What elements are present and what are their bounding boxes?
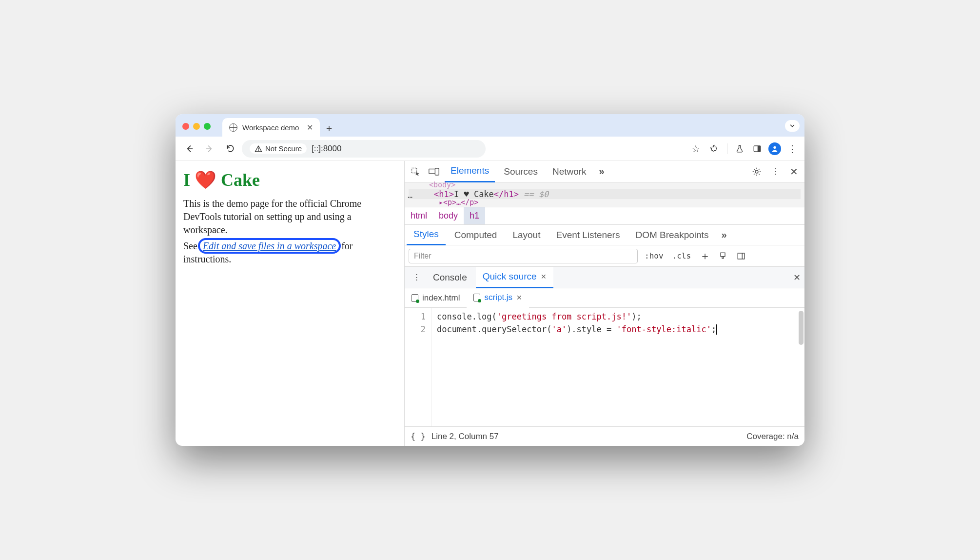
svg-point-2 bbox=[773, 146, 776, 148]
subtab-styles[interactable]: Styles bbox=[407, 225, 446, 245]
editor-statusbar: { } Line 2, Column 57 Coverage: n/a bbox=[405, 426, 804, 446]
styles-toolbar: Filter :hov .cls ＋ bbox=[405, 245, 804, 267]
subtabs-overflow-button[interactable]: » bbox=[717, 229, 730, 240]
drawer-close-button[interactable]: ✕ bbox=[789, 272, 804, 283]
coverage-status: Coverage: n/a bbox=[746, 432, 799, 441]
reload-button[interactable] bbox=[221, 140, 239, 158]
drawer-tab-quick-source[interactable]: Quick source ✕ bbox=[476, 267, 553, 288]
file-tab-script[interactable]: script.js ✕ bbox=[467, 288, 529, 308]
security-chip[interactable]: Not Secure bbox=[250, 143, 307, 154]
forward-button[interactable] bbox=[201, 140, 218, 158]
warning-icon bbox=[255, 145, 262, 153]
close-icon[interactable]: ✕ bbox=[516, 294, 522, 301]
arrow-right-icon bbox=[205, 144, 215, 154]
panel-icon bbox=[753, 144, 762, 153]
computed-toggle[interactable] bbox=[717, 252, 730, 260]
file-tabbar: index.html script.js ✕ bbox=[405, 288, 804, 308]
file-tab-label: script.js bbox=[484, 293, 512, 302]
rendered-page: I ❤️ Cake This is the demo page for the … bbox=[176, 161, 405, 446]
file-tab-index[interactable]: index.html bbox=[405, 288, 467, 308]
drawer-tab-console[interactable]: Console bbox=[426, 267, 474, 288]
arrow-left-icon bbox=[184, 144, 194, 154]
browser-window: Workspace demo ✕ ＋ Not Secure [::]:8000 … bbox=[176, 114, 804, 446]
source-content: console.log('greetings from script.js!')… bbox=[432, 308, 722, 426]
elements-tree[interactable]: ⋯ <body> <h1> I ♥ Cake </h1> == $0 ▸<p>…… bbox=[405, 182, 804, 207]
devices-icon bbox=[429, 167, 439, 176]
close-icon[interactable]: ✕ bbox=[541, 273, 547, 280]
page-heading: I ❤️ Cake bbox=[183, 170, 396, 190]
tab-elements[interactable]: Elements bbox=[445, 161, 495, 182]
line-number: 2 bbox=[405, 323, 426, 336]
kebab-icon: ⋮ bbox=[412, 272, 421, 282]
devtools-panel: Elements Sources Network » ⋮ ✕ ⋯ <body> … bbox=[405, 161, 804, 446]
svg-rect-7 bbox=[721, 253, 725, 257]
svg-rect-5 bbox=[435, 168, 439, 175]
hov-toggle[interactable]: :hov bbox=[643, 251, 666, 260]
divider bbox=[727, 143, 727, 154]
kebab-icon: ⋮ bbox=[787, 143, 797, 155]
file-icon bbox=[473, 294, 480, 301]
puzzle-icon bbox=[710, 144, 720, 153]
cls-toggle[interactable]: .cls bbox=[670, 251, 693, 260]
tabs-overflow-button[interactable]: » bbox=[595, 166, 608, 177]
subtab-listeners[interactable]: Event Listeners bbox=[549, 225, 627, 245]
subtab-layout[interactable]: Layout bbox=[506, 225, 547, 245]
scrollbar-thumb[interactable] bbox=[799, 311, 804, 345]
bookmark-button[interactable]: ☆ bbox=[687, 140, 705, 158]
tab-search-button[interactable] bbox=[785, 120, 800, 132]
file-tab-label: index.html bbox=[422, 293, 460, 303]
cursor-position: Line 2, Column 57 bbox=[431, 432, 499, 441]
pretty-print-button[interactable]: { } bbox=[411, 432, 426, 441]
svg-rect-1 bbox=[758, 146, 761, 152]
labs-button[interactable] bbox=[732, 144, 747, 153]
filter-placeholder: Filter bbox=[414, 252, 431, 260]
settings-button[interactable] bbox=[749, 167, 764, 177]
close-icon: ✕ bbox=[793, 272, 801, 283]
back-button[interactable] bbox=[180, 140, 198, 158]
minimize-window-button[interactable] bbox=[193, 123, 200, 130]
new-rule-button[interactable]: ＋ bbox=[698, 249, 712, 263]
close-tab-button[interactable]: ✕ bbox=[307, 123, 313, 132]
menu-button[interactable]: ⋮ bbox=[785, 143, 800, 155]
address-bar[interactable]: Not Secure [::]:8000 bbox=[242, 140, 486, 158]
content-split: I ❤️ Cake This is the demo page for the … bbox=[176, 161, 804, 446]
window-controls bbox=[182, 123, 222, 137]
styles-filter-input[interactable]: Filter bbox=[409, 249, 638, 263]
brush-icon bbox=[719, 252, 728, 260]
element-selected[interactable]: <h1> I ♥ Cake </h1> == $0 bbox=[409, 189, 801, 199]
crumb-body[interactable]: body bbox=[433, 207, 464, 224]
subtab-computed[interactable]: Computed bbox=[448, 225, 504, 245]
maximize-window-button[interactable] bbox=[204, 123, 211, 130]
kebab-icon: ⋮ bbox=[771, 166, 780, 177]
workspace-link[interactable]: Edit and save files in a workspace bbox=[200, 240, 339, 252]
chevron-down-icon bbox=[789, 122, 796, 129]
tab-sources[interactable]: Sources bbox=[498, 161, 544, 182]
toggle-sidebar-button[interactable] bbox=[735, 252, 747, 260]
inspect-icon bbox=[411, 167, 420, 177]
security-label: Not Secure bbox=[265, 144, 302, 153]
element-next: ▸<p>…</p> bbox=[409, 198, 801, 207]
devtools-tabbar: Elements Sources Network » ⋮ ✕ bbox=[405, 161, 804, 182]
svg-rect-8 bbox=[738, 253, 745, 259]
devtools-menu-button[interactable]: ⋮ bbox=[767, 166, 783, 177]
inspect-button[interactable] bbox=[408, 167, 423, 177]
avatar-icon bbox=[768, 142, 781, 155]
page-see-paragraph: See Edit and save files in a workspace f… bbox=[183, 240, 396, 266]
crumb-h1[interactable]: h1 bbox=[464, 207, 485, 224]
side-panel-button[interactable] bbox=[750, 144, 764, 153]
see-prefix: See bbox=[183, 240, 200, 251]
new-tab-button[interactable]: ＋ bbox=[320, 121, 338, 137]
extensions-button[interactable] bbox=[707, 144, 722, 153]
globe-icon bbox=[229, 123, 237, 132]
close-window-button[interactable] bbox=[182, 123, 189, 130]
tab-network[interactable]: Network bbox=[547, 161, 592, 182]
crumb-html[interactable]: html bbox=[405, 207, 433, 224]
browser-tab[interactable]: Workspace demo ✕ bbox=[222, 118, 320, 137]
device-toggle-button[interactable] bbox=[426, 167, 442, 176]
code-editor[interactable]: 1 2 console.log('greetings from script.j… bbox=[405, 308, 804, 426]
subtab-dom-breakpoints[interactable]: DOM Breakpoints bbox=[628, 225, 715, 245]
devtools-close-button[interactable]: ✕ bbox=[786, 166, 802, 178]
drawer-menu-button[interactable]: ⋮ bbox=[409, 272, 424, 282]
profile-button[interactable] bbox=[767, 142, 782, 155]
line-number: 1 bbox=[405, 311, 426, 323]
